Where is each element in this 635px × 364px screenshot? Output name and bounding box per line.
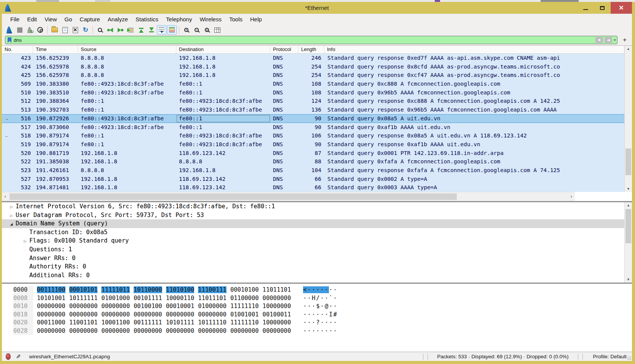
- detail-line[interactable]: ▷Flags: 0x0100 Standard query: [2, 236, 624, 245]
- packet-row[interactable]: 512190.388364fe80::1fe80::4923:18cd:8c3f…: [2, 97, 624, 105]
- packet-row[interactable]: 519190.879174fe80::1fe80::4923:18cd:8c3f…: [2, 140, 624, 149]
- expand-collapsed-icon[interactable]: ▷: [21, 237, 29, 246]
- scroll-right-icon[interactable]: ›: [568, 192, 575, 201]
- menu-tools[interactable]: Tools: [225, 14, 246, 25]
- go-forward-icon[interactable]: [116, 25, 125, 35]
- column-destination[interactable]: Destination: [176, 46, 270, 53]
- save-file-icon[interactable]: [60, 25, 70, 35]
- filter-apply-button[interactable]: ➜: [605, 37, 612, 43]
- packet-row[interactable]: 520190.881719192.168.1.8118.69.123.142DN…: [2, 149, 624, 158]
- filter-dropdown-icon[interactable]: ▾: [614, 38, 616, 42]
- expand-expanded-icon[interactable]: ◢: [7, 220, 16, 229]
- restart-capture-icon[interactable]: ↻: [25, 25, 35, 35]
- scrollbar-thumb[interactable]: [625, 209, 631, 243]
- details-vscrollbar[interactable]: ▲ ▼: [624, 202, 632, 283]
- open-file-icon[interactable]: [50, 25, 59, 35]
- profile-indicator[interactable]: Profile: Default: [587, 354, 632, 359]
- packet-row[interactable]: 522191.385038192.168.1.88.8.8.8DNS88Stan…: [2, 157, 624, 166]
- cell-no: 509: [12, 80, 33, 88]
- scrollbar-thumb[interactable]: [625, 148, 631, 175]
- filter-add-button[interactable]: +: [621, 36, 629, 44]
- packet-row[interactable]: 513190.392703fe80::1fe80::4923:18cd:8c3f…: [2, 105, 624, 114]
- column-time[interactable]: Time: [33, 46, 78, 53]
- bytes-row[interactable]: 0028000000000000000000000000000000000000…: [2, 327, 632, 335]
- resize-grip[interactable]: [627, 356, 631, 360]
- column-no[interactable]: No.: [2, 46, 33, 53]
- detail-line[interactable]: Questions: 1: [2, 245, 624, 254]
- packet-row[interactable]: 523191.4261618.8.8.8192.168.1.8DNS104Sta…: [2, 166, 624, 175]
- expert-info-icon[interactable]: [6, 353, 11, 360]
- filter-bookmark-icon[interactable]: [8, 37, 11, 43]
- menu-edit[interactable]: Edit: [23, 14, 41, 25]
- menu-go[interactable]: Go: [61, 14, 76, 25]
- start-capture-icon[interactable]: [5, 25, 14, 35]
- resize-columns-icon[interactable]: [212, 25, 222, 35]
- bytes-row[interactable]: 0020000110001100110110001100001111111010…: [2, 319, 632, 327]
- packet-row[interactable]: 510190.383510fe80::4923:18cd:8c3f:afbefe…: [2, 88, 624, 97]
- packet-row[interactable]: 527192.870953192.168.1.8118.69.123.142DN…: [2, 175, 624, 184]
- menu-help[interactable]: Help: [246, 14, 266, 25]
- column-source[interactable]: Source: [78, 46, 176, 53]
- scrollbar-thumb[interactable]: [10, 193, 457, 200]
- menu-capture[interactable]: Capture: [76, 14, 104, 25]
- filter-value[interactable]: dns: [14, 37, 594, 43]
- detail-line[interactable]: ◢Domain Name System (query): [2, 219, 624, 228]
- bytes-row[interactable]: 0008101010011011111101001000001011111000…: [2, 294, 632, 303]
- detail-line[interactable]: ▷User Datagram Protocol, Src Port: 59737…: [2, 211, 624, 220]
- packet-list-hscrollbar[interactable]: ‹ ›: [2, 192, 575, 201]
- go-last-icon[interactable]: [147, 25, 156, 35]
- zoom-original-icon[interactable]: 1: [202, 25, 212, 35]
- packet-row[interactable]: 532194.871481192.168.1.8118.69.123.142DN…: [2, 183, 624, 192]
- go-back-icon[interactable]: [105, 25, 115, 35]
- go-first-icon[interactable]: [136, 25, 146, 35]
- scroll-down-icon[interactable]: ▼: [625, 276, 632, 283]
- detail-line[interactable]: Authority RRs: 0: [2, 262, 624, 271]
- cell-protocol: DNS: [270, 62, 298, 71]
- capture-comment-icon[interactable]: ✎: [16, 353, 21, 360]
- auto-scroll-icon[interactable]: [157, 25, 166, 35]
- detail-line[interactable]: Transaction ID: 0x08a5: [2, 228, 624, 237]
- packet-row[interactable]: 509190.383380fe80::4923:18cd:8c3f:afbefe…: [2, 80, 624, 88]
- column-info[interactable]: Info: [324, 46, 624, 53]
- reload-file-icon[interactable]: ↻: [81, 25, 90, 35]
- expand-collapsed-icon[interactable]: ▷: [7, 203, 16, 211]
- scroll-left-icon[interactable]: ‹: [2, 192, 9, 201]
- scroll-up-icon[interactable]: ▲: [625, 46, 632, 52]
- go-to-packet-icon[interactable]: [126, 25, 136, 35]
- packet-row[interactable]: →516190.872926fe80::4923:18cd:8c3f:afbef…: [2, 114, 624, 123]
- menu-analyze[interactable]: Analyze: [104, 14, 132, 25]
- menu-view[interactable]: View: [41, 14, 61, 25]
- display-filter-input[interactable]: dns ✕ ➜ ▾: [5, 36, 617, 44]
- find-packet-icon[interactable]: [95, 25, 105, 35]
- menu-statistics[interactable]: Statistics: [132, 14, 162, 25]
- packet-list-vscrollbar[interactable]: ▲ ▼: [624, 46, 632, 192]
- menu-telephony[interactable]: Telephony: [162, 14, 196, 25]
- stop-capture-icon[interactable]: [15, 25, 24, 35]
- title-bar[interactable]: *Ethernet ✕: [2, 2, 632, 14]
- column-protocol[interactable]: Protocol: [270, 46, 298, 53]
- bytes-row[interactable]: 0010000000000000000000000000001001000001…: [2, 302, 632, 311]
- zoom-out-icon[interactable]: −: [192, 25, 201, 35]
- packet-row[interactable]: 423156.6252398.8.8.8192.168.1.8DNS246Sta…: [2, 54, 624, 62]
- scroll-up-icon[interactable]: ▲: [625, 202, 632, 208]
- bytes-row[interactable]: 0018000000000000000000000000000000000000…: [2, 311, 632, 319]
- detail-line[interactable]: Additional RRs: 0: [2, 271, 624, 280]
- filter-clear-button[interactable]: ✕: [595, 37, 603, 43]
- menu-file[interactable]: File: [6, 14, 23, 25]
- close-file-icon[interactable]: ✕: [70, 25, 80, 35]
- detail-line[interactable]: ▷Internet Protocol Version 6, Src: fe80:…: [2, 202, 624, 211]
- colorize-icon[interactable]: [167, 25, 177, 35]
- packet-row[interactable]: ←518190.879174fe80::1fe80::4923:18cd:8c3…: [2, 131, 624, 140]
- packet-row[interactable]: 424156.6259788.8.8.8192.168.1.8DNS254Sta…: [2, 62, 624, 71]
- scroll-down-icon[interactable]: ▼: [625, 186, 632, 192]
- packet-row[interactable]: 425156.6259788.8.8.8192.168.1.8DNS254Sta…: [2, 71, 624, 80]
- packet-row[interactable]: 517190.873060fe80::4923:18cd:8c3f:afbefe…: [2, 123, 624, 132]
- column-length[interactable]: Length: [298, 46, 324, 53]
- detail-line[interactable]: Answer RRs: 0: [2, 254, 624, 263]
- menu-wireless[interactable]: Wireless: [196, 14, 225, 25]
- zoom-in-icon[interactable]: +: [182, 25, 191, 35]
- bit-group: 00000000: [101, 311, 130, 318]
- capture-options-icon[interactable]: [35, 25, 45, 35]
- bytes-row[interactable]: 0000001111000001010111111011101100001101…: [2, 286, 632, 294]
- expand-collapsed-icon[interactable]: ▷: [7, 211, 16, 220]
